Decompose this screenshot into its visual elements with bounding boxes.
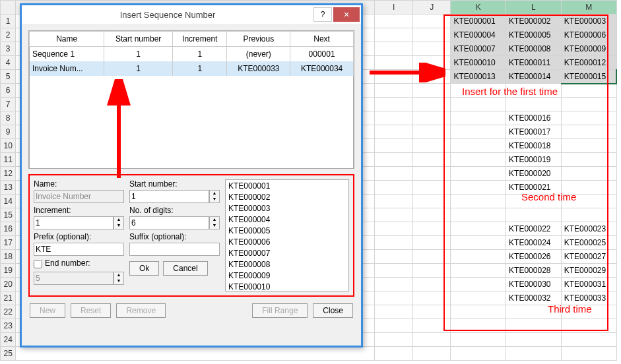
- cell-name: Invoice Num...: [30, 61, 104, 76]
- corner-cell[interactable]: [1, 1, 16, 15]
- row-header[interactable]: 1: [1, 15, 16, 28]
- cell[interactable]: KTE000023: [561, 222, 616, 236]
- row-header[interactable]: 8: [1, 111, 16, 125]
- col-prev[interactable]: Previous: [227, 32, 290, 47]
- row-header[interactable]: 15: [1, 208, 16, 222]
- suffix-input[interactable]: [129, 243, 220, 256]
- cell[interactable]: KTE000009: [561, 42, 616, 56]
- cell[interactable]: KTE000019: [506, 153, 562, 167]
- col-start[interactable]: Start number: [104, 32, 173, 47]
- col-inc[interactable]: Increment: [173, 32, 227, 47]
- row-header[interactable]: 9: [1, 125, 16, 139]
- cell[interactable]: KTE000013: [451, 70, 506, 84]
- row-header[interactable]: 13: [1, 181, 16, 195]
- row-header[interactable]: 17: [1, 236, 16, 250]
- row-header[interactable]: 2: [1, 28, 16, 42]
- row-header[interactable]: 7: [1, 98, 16, 111]
- row-header[interactable]: 19: [1, 264, 16, 278]
- digits-input[interactable]: [129, 216, 209, 229]
- row-header[interactable]: 12: [1, 167, 16, 181]
- spinner-icon[interactable]: ▲▼: [209, 190, 220, 203]
- cell[interactable]: KTE000024: [506, 236, 562, 250]
- cell[interactable]: KTE000011: [506, 56, 562, 70]
- row-header[interactable]: 3: [1, 42, 16, 56]
- row-header[interactable]: 22: [1, 305, 16, 319]
- cell[interactable]: KTE000010: [451, 56, 506, 70]
- end-number-label: End number:: [45, 258, 90, 268]
- row-header[interactable]: 21: [1, 291, 16, 305]
- increment-input[interactable]: [34, 216, 114, 229]
- name-label: Name:: [34, 179, 124, 189]
- reset-button[interactable]: Reset: [71, 303, 111, 318]
- cell[interactable]: KTE000003: [561, 15, 616, 28]
- col-header[interactable]: I: [375, 1, 413, 15]
- row-header[interactable]: 6: [1, 84, 16, 98]
- cell[interactable]: KTE000020: [506, 167, 562, 181]
- cell[interactable]: KTE000031: [561, 278, 616, 291]
- cell[interactable]: KTE000005: [506, 28, 562, 42]
- preview-item: KTE000006: [228, 237, 346, 249]
- preview-item: KTE000004: [228, 215, 346, 226]
- ok-button[interactable]: Ok: [129, 261, 159, 276]
- spinner-icon[interactable]: ▲▼: [114, 272, 124, 285]
- row-header[interactable]: 16: [1, 222, 16, 236]
- cell-start: 1: [104, 47, 173, 62]
- cell[interactable]: KTE000027: [561, 250, 616, 264]
- cell[interactable]: KTE000002: [506, 15, 562, 28]
- dialog-titlebar[interactable]: Insert Sequence Number ? ×: [22, 5, 361, 24]
- row-header[interactable]: 11: [1, 153, 16, 167]
- row-header[interactable]: 10: [1, 139, 16, 153]
- fill-range-button[interactable]: Fill Range: [252, 303, 308, 318]
- prefix-input[interactable]: [34, 243, 124, 256]
- remove-button[interactable]: Remove: [116, 303, 166, 318]
- close-button[interactable]: ×: [333, 7, 360, 22]
- row-header[interactable]: 23: [1, 319, 16, 333]
- cell[interactable]: KTE000017: [506, 125, 562, 139]
- cell[interactable]: KTE000012: [561, 56, 616, 70]
- cancel-button[interactable]: Cancel: [163, 261, 207, 276]
- annotation-first: Insert for the first time: [462, 86, 558, 97]
- new-button[interactable]: New: [30, 303, 65, 318]
- col-next[interactable]: Next: [290, 32, 354, 47]
- spinner-icon[interactable]: ▲▼: [114, 216, 124, 229]
- col-header[interactable]: M: [561, 1, 616, 15]
- col-name[interactable]: Name: [30, 32, 104, 47]
- end-number-input[interactable]: [34, 272, 114, 285]
- col-header[interactable]: J: [412, 1, 451, 15]
- row-header[interactable]: 25: [1, 347, 16, 361]
- cell[interactable]: KTE000007: [451, 42, 506, 56]
- help-button[interactable]: ?: [313, 7, 332, 22]
- cell[interactable]: KTE000001: [451, 15, 506, 28]
- cell[interactable]: KTE000029: [561, 264, 616, 278]
- cell[interactable]: KTE000014: [506, 70, 562, 84]
- row-header[interactable]: 4: [1, 56, 16, 70]
- row-header[interactable]: 18: [1, 250, 16, 264]
- row-header[interactable]: 24: [1, 333, 16, 347]
- cell[interactable]: KTE000025: [561, 236, 616, 250]
- cell[interactable]: KTE000004: [451, 28, 506, 42]
- col-header[interactable]: K: [451, 1, 506, 15]
- cell[interactable]: KTE000030: [506, 278, 562, 291]
- cell[interactable]: KTE000016: [506, 111, 562, 125]
- cell[interactable]: KTE000008: [506, 42, 562, 56]
- table-row[interactable]: Invoice Num... 1 1 KTE000033 KTE000034: [30, 61, 354, 76]
- cell[interactable]: KTE000026: [506, 250, 562, 264]
- spinner-icon[interactable]: ▲▼: [209, 216, 220, 229]
- sequence-list-table[interactable]: Name Start number Increment Previous Nex…: [29, 31, 354, 169]
- row-header[interactable]: 14: [1, 195, 16, 208]
- cell[interactable]: KTE000022: [506, 222, 562, 236]
- col-header[interactable]: L: [506, 1, 562, 15]
- cell[interactable]: KTE000006: [561, 28, 616, 42]
- cell[interactable]: KTE000028: [506, 264, 562, 278]
- end-number-checkbox[interactable]: [34, 260, 42, 268]
- row-header[interactable]: 20: [1, 278, 16, 291]
- cell[interactable]: KTE000015: [561, 70, 616, 84]
- row-header[interactable]: 5: [1, 70, 16, 84]
- cell[interactable]: KTE000018: [506, 139, 562, 153]
- name-input[interactable]: [34, 190, 124, 203]
- cell-name: Sequence 1: [30, 47, 104, 62]
- table-row[interactable]: Sequence 1 1 1 (never) 000001: [30, 47, 354, 62]
- close-dialog-button[interactable]: Close: [313, 303, 353, 318]
- preview-list: KTE000001 KTE000002 KTE000003 KTE000004 …: [225, 179, 349, 291]
- start-input[interactable]: [129, 190, 209, 203]
